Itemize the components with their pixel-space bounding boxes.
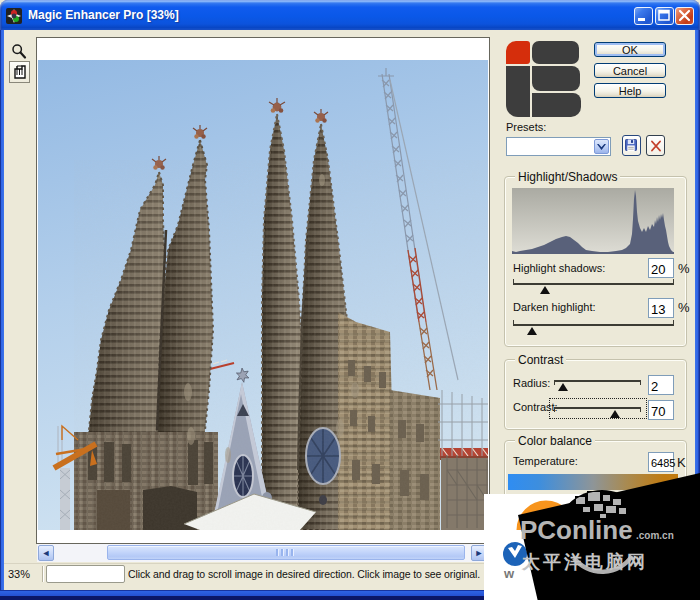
svg-text:太平洋电脑网: 太平洋电脑网	[521, 551, 648, 572]
svg-text:PConline: PConline	[520, 515, 633, 545]
svg-text:.com.cn: .com.cn	[636, 530, 674, 541]
